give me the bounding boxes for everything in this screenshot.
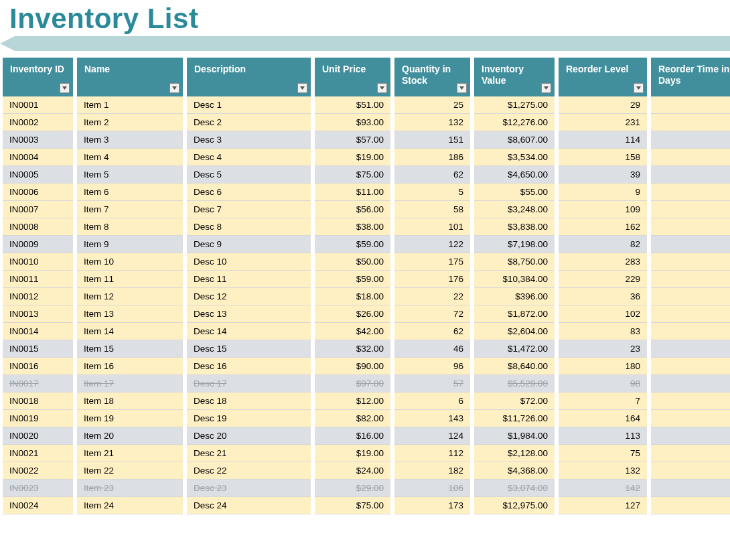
cell-reorder_level[interactable]: 9 <box>559 184 647 201</box>
cell-inv_value[interactable]: $1,275.00 <box>474 96 555 114</box>
cell-desc[interactable]: Desc 3 <box>187 131 311 149</box>
cell-desc[interactable]: Desc 19 <box>187 410 311 427</box>
cell-inv_value[interactable]: $8,640.00 <box>474 358 555 375</box>
cell-desc[interactable]: Desc 23 <box>187 480 311 497</box>
column-header[interactable]: Description <box>187 58 311 96</box>
cell-qty[interactable]: 106 <box>394 480 470 497</box>
cell-unit_price[interactable]: $59.00 <box>315 236 390 253</box>
cell-reorder_level[interactable]: 283 <box>559 253 647 271</box>
cell-inv_value[interactable]: $3,838.00 <box>474 218 555 236</box>
cell-unit_price[interactable]: $18.00 <box>315 288 390 305</box>
cell-reorder_time[interactable]: 3 <box>651 358 730 375</box>
cell-id[interactable]: IN0014 <box>3 323 73 340</box>
cell-qty[interactable]: 46 <box>394 340 470 358</box>
column-header[interactable]: Unit Price <box>315 58 390 96</box>
cell-desc[interactable]: Desc 8 <box>187 218 311 236</box>
cell-inv_value[interactable]: $2,604.00 <box>474 323 555 340</box>
cell-inv_value[interactable]: $1,984.00 <box>474 427 555 445</box>
cell-id[interactable]: IN0017 <box>3 375 73 393</box>
cell-desc[interactable]: Desc 6 <box>187 184 311 201</box>
cell-reorder_level[interactable]: 98 <box>559 375 647 393</box>
cell-reorder_level[interactable]: 229 <box>559 271 647 288</box>
cell-name[interactable]: Item 1 <box>77 96 183 114</box>
cell-qty[interactable]: 62 <box>394 323 470 340</box>
cell-unit_price[interactable]: $56.00 <box>315 201 390 218</box>
column-header[interactable]: Reorder Time in Days <box>651 58 730 96</box>
cell-reorder_time[interactable]: 14 <box>651 427 730 445</box>
cell-reorder_level[interactable]: 39 <box>559 166 647 184</box>
cell-unit_price[interactable]: $51.00 <box>315 96 390 114</box>
cell-desc[interactable]: Desc 2 <box>187 114 311 131</box>
cell-reorder_level[interactable]: 127 <box>559 497 647 514</box>
cell-reorder_time[interactable]: 15 <box>651 340 730 358</box>
cell-inv_value[interactable]: $396.00 <box>474 288 555 305</box>
cell-inv_value[interactable]: $4,650.00 <box>474 166 555 184</box>
cell-reorder_time[interactable]: 11 <box>651 445 730 462</box>
cell-desc[interactable]: Desc 12 <box>187 288 311 305</box>
cell-qty[interactable]: 72 <box>394 305 470 323</box>
cell-reorder_time[interactable]: 13 <box>651 393 730 410</box>
cell-qty[interactable]: 151 <box>394 131 470 149</box>
cell-inv_value[interactable]: $72.00 <box>474 393 555 410</box>
cell-unit_price[interactable]: $59.00 <box>315 271 390 288</box>
cell-unit_price[interactable]: $57.00 <box>315 131 390 149</box>
cell-unit_price[interactable]: $38.00 <box>315 218 390 236</box>
cell-inv_value[interactable]: $4,368.00 <box>474 462 555 480</box>
cell-id[interactable]: IN0015 <box>3 340 73 358</box>
cell-unit_price[interactable]: $82.00 <box>315 410 390 427</box>
cell-desc[interactable]: Desc 15 <box>187 340 311 358</box>
cell-id[interactable]: IN0004 <box>3 149 73 166</box>
cell-reorder_level[interactable]: 114 <box>559 131 647 149</box>
cell-unit_price[interactable]: $32.00 <box>315 340 390 358</box>
cell-name[interactable]: Item 21 <box>77 445 183 462</box>
filter-dropdown-icon[interactable] <box>169 83 179 93</box>
cell-reorder_level[interactable]: 109 <box>559 201 647 218</box>
cell-name[interactable]: Item 8 <box>77 218 183 236</box>
cell-reorder_time[interactable]: 15 <box>651 462 730 480</box>
cell-reorder_time[interactable]: 1 <box>651 480 730 497</box>
cell-id[interactable]: IN0018 <box>3 393 73 410</box>
cell-name[interactable]: Item 10 <box>77 253 183 271</box>
filter-dropdown-icon[interactable] <box>457 83 467 93</box>
cell-name[interactable]: Item 15 <box>77 340 183 358</box>
cell-name[interactable]: Item 6 <box>77 184 183 201</box>
cell-qty[interactable]: 96 <box>394 358 470 375</box>
cell-reorder_level[interactable]: 231 <box>559 114 647 131</box>
cell-reorder_level[interactable]: 113 <box>559 427 647 445</box>
column-header[interactable]: Inventory ID <box>3 58 73 96</box>
filter-dropdown-icon[interactable] <box>634 83 644 93</box>
cell-desc[interactable]: Desc 20 <box>187 427 311 445</box>
cell-unit_price[interactable]: $24.00 <box>315 462 390 480</box>
cell-reorder_time[interactable]: 3 <box>651 218 730 236</box>
cell-reorder_level[interactable]: 75 <box>559 445 647 462</box>
cell-unit_price[interactable]: $97.00 <box>315 375 390 393</box>
cell-reorder_level[interactable]: 83 <box>559 323 647 340</box>
cell-unit_price[interactable]: $12.00 <box>315 393 390 410</box>
cell-reorder_level[interactable]: 158 <box>559 149 647 166</box>
cell-desc[interactable]: Desc 22 <box>187 462 311 480</box>
cell-name[interactable]: Item 12 <box>77 288 183 305</box>
cell-inv_value[interactable]: $3,074.00 <box>474 480 555 497</box>
cell-id[interactable]: IN0009 <box>3 236 73 253</box>
cell-reorder_level[interactable]: 23 <box>559 340 647 358</box>
cell-reorder_time[interactable]: 4 <box>651 114 730 131</box>
cell-inv_value[interactable]: $11,726.00 <box>474 410 555 427</box>
cell-name[interactable]: Item 13 <box>77 305 183 323</box>
cell-name[interactable]: Item 4 <box>77 149 183 166</box>
cell-reorder_time[interactable]: 2 <box>651 323 730 340</box>
cell-name[interactable]: Item 24 <box>77 497 183 514</box>
cell-inv_value[interactable]: $3,248.00 <box>474 201 555 218</box>
cell-name[interactable]: Item 3 <box>77 131 183 149</box>
cell-name[interactable]: Item 7 <box>77 201 183 218</box>
cell-qty[interactable]: 173 <box>394 497 470 514</box>
cell-id[interactable]: IN0007 <box>3 201 73 218</box>
cell-id[interactable]: IN0021 <box>3 445 73 462</box>
cell-desc[interactable]: Desc 21 <box>187 445 311 462</box>
cell-desc[interactable]: Desc 14 <box>187 323 311 340</box>
cell-name[interactable]: Item 5 <box>77 166 183 184</box>
cell-qty[interactable]: 124 <box>394 427 470 445</box>
filter-dropdown-icon[interactable] <box>60 83 70 93</box>
cell-inv_value[interactable]: $7,198.00 <box>474 236 555 253</box>
cell-unit_price[interactable]: $19.00 <box>315 445 390 462</box>
cell-inv_value[interactable]: $8,607.00 <box>474 131 555 149</box>
